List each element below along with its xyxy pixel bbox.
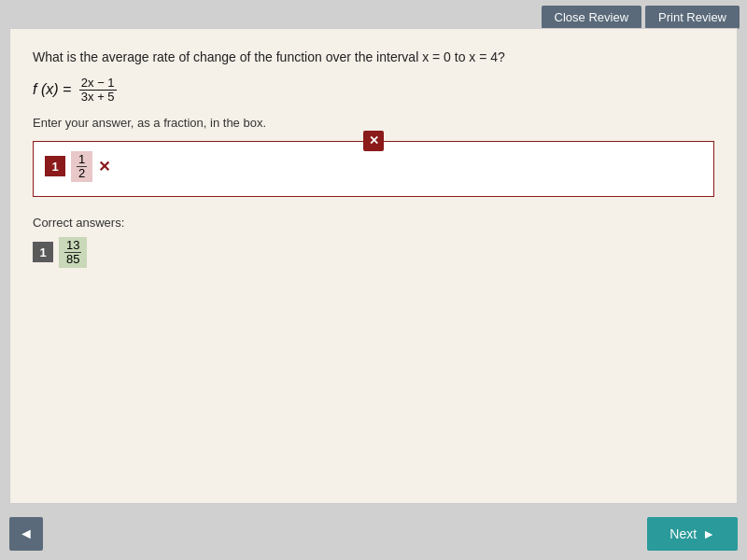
main-card: What is the average rate of change of th…: [9, 28, 738, 504]
next-label: Next: [669, 526, 697, 541]
correct-fraction: 13 85: [59, 237, 87, 269]
prev-icon: ◄: [19, 525, 34, 542]
answer-fraction: 1 2: [71, 151, 92, 183]
correct-answers-label: Correct answers:: [33, 216, 714, 230]
next-button[interactable]: Next ►: [647, 517, 738, 551]
answer-wrong-mark: ✕: [98, 158, 110, 175]
correct-number-badge: 1: [33, 242, 53, 262]
next-icon: ►: [702, 526, 715, 541]
instruction-text: Enter your answer, as a fraction, in the…: [33, 116, 714, 130]
question-text: What is the average rate of change of th…: [33, 48, 714, 67]
function-fraction: 2x − 1 3x + 5: [79, 77, 117, 105]
answer-entry: 1 1 2 ✕: [45, 151, 702, 183]
correct-entry: 1 13 85: [33, 237, 714, 269]
bottom-nav: ◄ Next ►: [9, 517, 738, 551]
correct-denominator: 85: [64, 253, 81, 266]
correct-answers-section: Correct answers: 1 13 85: [33, 216, 714, 269]
answer-denominator: 2: [77, 167, 87, 180]
function-denominator: 3x + 5: [79, 91, 117, 104]
function-display: f (x) = 2x − 1 3x + 5: [33, 77, 714, 105]
correct-numerator: 13: [64, 239, 81, 253]
function-numerator: 2x − 1: [79, 77, 117, 91]
function-name: f (x) =: [33, 81, 71, 97]
close-review-button[interactable]: Close Review: [542, 6, 641, 29]
prev-button[interactable]: ◄: [9, 517, 43, 551]
answer-numerator: 1: [77, 153, 87, 167]
answer-box-container: ✕ 1 1 2 ✕: [33, 141, 714, 197]
print-review-button[interactable]: Print Review: [645, 6, 740, 29]
answer-number-badge: 1: [45, 156, 65, 176]
answer-box-x-icon: ✕: [363, 131, 384, 151]
